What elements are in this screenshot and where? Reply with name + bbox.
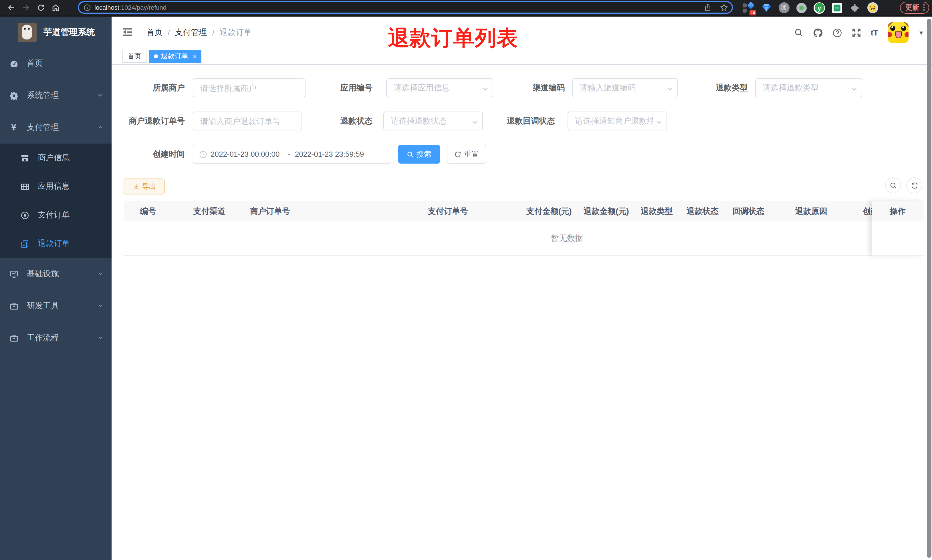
browser-menu-icon[interactable] <box>922 3 926 12</box>
green-dot <box>799 5 804 10</box>
tag-label: 首页 <box>128 51 141 61</box>
sidebar-item-pay-order[interactable]: ¥ 支付订单 <box>0 201 112 229</box>
bookmark-button[interactable] <box>720 3 728 12</box>
help-button[interactable] <box>832 28 842 37</box>
notify-status-select[interactable]: 请选择通知商户退款结果 <box>568 112 667 131</box>
date-start-value[interactable]: 2022-01-23 00:00:00 <box>211 150 283 158</box>
fixed-column-body <box>872 222 923 256</box>
avatar-caret-icon[interactable]: ▼ <box>918 29 924 36</box>
create-time-range-picker[interactable]: 2022-01-23 00:00:00 - 2022-01-23 23:59:5… <box>193 145 391 164</box>
col-refund-status: 退款状态 <box>687 201 718 222</box>
refund-status-label: 退款状态 <box>304 112 372 131</box>
refund-status-select[interactable]: 请选择退款状态 <box>383 112 483 131</box>
reset-button[interactable]: 重置 <box>447 145 486 164</box>
sidebar-submenu-pay: 商户信息 应用信息 ¥ 支付订单 <box>0 143 112 258</box>
github-button[interactable] <box>813 28 823 37</box>
extensions-puzzle-button[interactable] <box>849 2 860 14</box>
reload-icon <box>36 3 45 12</box>
export-label: 导出 <box>142 182 156 191</box>
sidebar-fold-button[interactable] <box>122 26 133 40</box>
breadcrumb-separator: / <box>212 28 215 37</box>
search-button[interactable]: 搜索 <box>398 145 440 164</box>
refund-type-select[interactable]: 请选择退款类型 <box>755 78 862 97</box>
sidebar-item-pay[interactable]: ¥ 支付管理 <box>0 112 112 143</box>
select-placeholder: 请选择通知商户退款结果 <box>575 116 653 126</box>
col-create-time: 创建时间 <box>863 201 872 222</box>
browser-reload-button[interactable] <box>33 0 48 15</box>
notify-status-label: 退款回调状态 <box>486 112 555 131</box>
extension-record-icon[interactable] <box>796 2 807 14</box>
navbar-tools: tT ▼ <box>794 17 924 49</box>
tag-home[interactable]: 首页 <box>122 50 146 63</box>
select-placeholder: 请选择退款状态 <box>391 116 469 126</box>
fullscreen-button[interactable] <box>852 28 861 37</box>
browser-update-button[interactable]: 更新 <box>900 2 929 14</box>
browser-forward-button[interactable] <box>18 0 33 15</box>
yen-icon: ¥ <box>9 122 18 133</box>
url-path: :1024/pay/refund <box>119 4 166 11</box>
col-pay-amount: 支付金额(元) <box>526 201 572 222</box>
document-copy-icon <box>20 239 29 248</box>
search-icon <box>794 28 803 37</box>
app-logo[interactable]: 芋道管理系统 <box>0 17 112 48</box>
font-size-button[interactable]: tT <box>871 28 878 37</box>
extension-tabs-icon[interactable]: 10 <box>743 2 754 14</box>
sidebar-item-merchant-info[interactable]: 商户信息 <box>0 143 112 172</box>
channel-label: 渠道编码 <box>496 78 565 97</box>
chevron-down-icon <box>656 118 663 128</box>
browser-home-button[interactable] <box>48 0 63 15</box>
export-button[interactable]: 导出 <box>124 178 165 194</box>
breadcrumb-pay[interactable]: 支付管理 <box>175 28 207 38</box>
arrow-left-icon <box>6 3 15 12</box>
col-id: 编号 <box>140 201 156 222</box>
chat-icon <box>832 3 842 13</box>
browser-back-button[interactable] <box>3 0 18 15</box>
sidebar-item-dev-tools[interactable]: 研发工具 <box>0 290 112 322</box>
merchant-refund-no-input[interactable] <box>193 112 302 131</box>
share-button[interactable] <box>704 3 712 11</box>
tags-view: 首页 退款订单 × <box>112 49 932 65</box>
sidebar-label: 研发工具 <box>27 301 59 311</box>
date-end-value[interactable]: 2022-01-23 23:59:59 <box>295 150 368 158</box>
extension-square-top <box>743 3 747 7</box>
sidebar-item-home[interactable]: 首页 <box>0 48 112 80</box>
tag-label: 退款订单 <box>161 51 188 61</box>
tag-refund-order[interactable]: 退款订单 × <box>149 50 201 63</box>
col-pay-channel: 支付渠道 <box>193 201 225 222</box>
extension-command-icon[interactable]: ⌘ <box>778 2 789 14</box>
refresh-table-button[interactable] <box>906 177 922 193</box>
sidebar-item-system[interactable]: 系统管理 <box>0 80 112 112</box>
chevron-down-icon <box>471 118 478 128</box>
dashboard-icon <box>9 59 18 68</box>
extension-y-icon[interactable]: y <box>814 2 825 14</box>
search-label: 搜索 <box>417 149 431 159</box>
merchant-refund-no-label: 商户退款订单号 <box>116 112 185 131</box>
close-icon[interactable]: × <box>193 53 197 60</box>
show-search-toggle-button[interactable] <box>885 177 901 193</box>
user-avatar[interactable] <box>888 22 909 43</box>
page-scrollbar[interactable] <box>927 19 931 558</box>
toolbox-icon <box>9 302 18 310</box>
merchant-input[interactable] <box>193 78 306 97</box>
extension-chat-icon[interactable] <box>831 2 843 14</box>
app-select[interactable]: 请选择应用信息 <box>386 78 493 97</box>
extension-emoji-icon[interactable] <box>867 2 878 14</box>
yen-circle-icon: ¥ <box>20 211 29 219</box>
table-body: 暂无数据 <box>124 222 872 256</box>
y-badge-outer: y <box>814 2 825 14</box>
extension-gem-icon[interactable] <box>760 2 772 14</box>
sidebar-item-workflow[interactable]: 工作流程 <box>0 322 112 354</box>
sidebar-item-infra[interactable]: 基础设施 <box>0 258 112 290</box>
sidebar-label: 系统管理 <box>27 91 59 101</box>
sidebar-label: 工作流程 <box>27 333 59 343</box>
channel-select[interactable]: 请输入渠道编码 <box>572 78 678 97</box>
sidebar-item-app-info[interactable]: 应用信息 <box>0 172 112 201</box>
search-icon <box>407 151 414 158</box>
header-search-button[interactable] <box>794 28 803 37</box>
sidebar: 芋道管理系统 首页 系统管理 ¥ 支付管理 <box>0 17 112 560</box>
sidebar-item-refund-order[interactable]: 退款订单 <box>0 229 112 258</box>
app-shell: 芋道管理系统 首页 系统管理 ¥ 支付管理 <box>0 17 932 560</box>
address-bar[interactable]: localhost:1024/pay/refund <box>78 1 733 14</box>
chevron-down-icon <box>851 85 858 95</box>
breadcrumb-home[interactable]: 首页 <box>146 28 163 38</box>
